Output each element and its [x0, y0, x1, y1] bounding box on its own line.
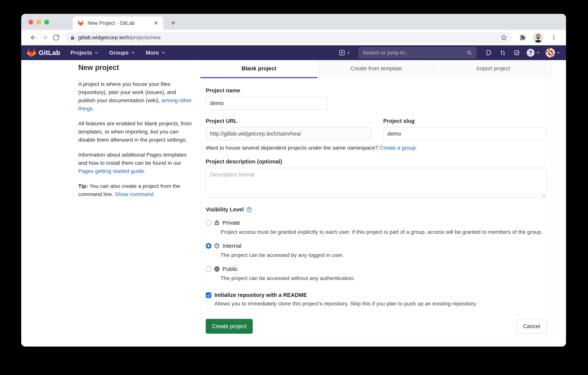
intro-paragraph-1: A project is where you house your files …: [78, 80, 194, 113]
internal-radio[interactable]: [206, 243, 211, 249]
gitlab-navbar: GitLab Projects Groups More: [21, 45, 566, 60]
new-project-panel: Blank project Create from template Impor…: [200, 60, 552, 342]
lock-icon: [214, 220, 220, 226]
private-description: Project access must be granted explicitl…: [220, 228, 543, 236]
visibility-level-label: Visibility Level: [206, 207, 546, 213]
nav-menu-projects[interactable]: Projects: [71, 50, 98, 56]
gitlab-logo-icon: [27, 49, 36, 57]
project-url-label: Project URL: [206, 118, 371, 124]
textarea-resize-handle[interactable]: [541, 192, 545, 197]
shield-icon: [214, 243, 220, 249]
browser-window: New Project · GitLab ✕ + gitlab.widgetco…: [21, 14, 566, 347]
private-label: Private: [222, 220, 240, 226]
browser-menu-icon[interactable]: [548, 32, 560, 43]
forward-button[interactable]: [39, 32, 50, 43]
new-project-intro: New project A project is where you house…: [78, 64, 194, 205]
bookmark-star-icon[interactable]: [501, 34, 507, 41]
project-slug-input[interactable]: [383, 127, 546, 140]
chevron-down-icon: [131, 51, 135, 55]
chevron-down-icon: [347, 51, 350, 55]
zoom-window-button[interactable]: [44, 20, 49, 24]
chevron-down-icon: [94, 51, 98, 55]
project-slug-label: Project slug: [383, 118, 546, 124]
public-description: The project can be accessed without any …: [220, 274, 543, 282]
private-radio[interactable]: [206, 220, 211, 226]
global-search[interactable]: [359, 47, 476, 58]
nav-menu-groups[interactable]: Groups: [109, 50, 135, 56]
minimize-window-button[interactable]: [36, 20, 41, 24]
visibility-option-public[interactable]: Public: [206, 266, 546, 272]
visibility-option-private[interactable]: Private: [206, 220, 546, 226]
public-label: Public: [222, 266, 238, 272]
tip-paragraph: Tip: You can also create a project from …: [78, 182, 194, 198]
traffic-lights: [28, 20, 49, 24]
project-name-input[interactable]: [206, 97, 328, 110]
project-description-label: Project description (optional): [206, 158, 546, 165]
gitlab-favicon-icon: [78, 20, 84, 26]
extensions-puzzle-icon[interactable]: [517, 32, 528, 43]
create-project-button[interactable]: Create project: [206, 319, 253, 334]
readme-checkbox[interactable]: [206, 292, 211, 298]
browser-toolbar: gitlab.widgetcorp.tech/projects/new: [21, 30, 566, 45]
pages-guide-link[interactable]: Pages getting started guide: [78, 168, 144, 174]
project-name-label: Project name: [206, 88, 328, 94]
browser-tab[interactable]: New Project · GitLab ✕: [73, 16, 163, 30]
browser-profile-avatar[interactable]: [533, 33, 543, 43]
merge-requests-icon[interactable]: [499, 49, 507, 57]
internal-label: Internal: [222, 243, 241, 249]
plus-square-icon: [339, 49, 345, 56]
create-a-group-link[interactable]: Create a group.: [380, 145, 417, 151]
readme-label: Initialize repository with a README: [214, 292, 307, 298]
gitlab-menus: Projects Groups More: [71, 50, 165, 56]
user-avatar: [546, 48, 555, 57]
intro-paragraph-3: Information about additional Pages templ…: [78, 151, 194, 175]
close-window-button[interactable]: [28, 20, 33, 24]
readme-option[interactable]: Initialize repository with a README: [206, 292, 546, 298]
gitlab-navbar-right: ?: [339, 47, 560, 58]
tab-strip: New Project · GitLab ✕ +: [21, 14, 566, 30]
tab-import-project[interactable]: Import project: [435, 60, 552, 78]
nav-menu-more[interactable]: More: [146, 50, 165, 56]
toolbar-actions: [517, 32, 560, 43]
todos-icon[interactable]: [513, 49, 521, 57]
search-input[interactable]: [363, 50, 467, 56]
namespace-hint: Want to house several dependent projects…: [206, 145, 546, 151]
show-command-link[interactable]: Show command: [115, 191, 153, 197]
cancel-button[interactable]: Cancel: [517, 319, 546, 334]
tls-lock-icon: [70, 35, 75, 40]
chevron-down-icon: [556, 51, 560, 55]
tab-close-icon[interactable]: ✕: [154, 20, 158, 26]
page-content: New project A project is where you house…: [21, 60, 566, 347]
address-bar[interactable]: gitlab.widgetcorp.tech/projects/new: [65, 32, 512, 43]
globe-icon: [214, 266, 220, 272]
help-menu[interactable]: ?: [527, 49, 540, 57]
readme-description: Allows you to immediately clone this pro…: [214, 300, 546, 307]
form-actions: Create project Cancel: [206, 319, 546, 334]
tab-title: New Project · GitLab: [87, 20, 151, 26]
url-text: gitlab.widgetcorp.tech/projects/new: [78, 34, 161, 41]
intro-paragraph-2: All features are enabled for blank proje…: [78, 120, 194, 144]
gitlab-brand[interactable]: GitLab: [27, 49, 60, 57]
help-icon: ?: [527, 49, 535, 57]
reload-button[interactable]: [50, 32, 62, 43]
new-tab-button[interactable]: +: [168, 18, 178, 27]
search-icon: [467, 50, 472, 55]
visibility-option-internal[interactable]: Internal: [206, 243, 546, 249]
chevron-down-icon: [536, 51, 540, 55]
tab-create-from-template[interactable]: Create from template: [317, 60, 435, 78]
chevron-down-icon: [161, 51, 165, 55]
issues-icon[interactable]: [484, 49, 493, 57]
project-description-textarea[interactable]: [206, 168, 546, 198]
new-menu-button[interactable]: [339, 49, 350, 56]
gitlab-wordmark: GitLab: [39, 49, 60, 56]
back-button[interactable]: [28, 32, 39, 43]
page-title: New project: [78, 64, 194, 72]
visibility-help-icon[interactable]: [246, 207, 252, 213]
project-type-tabs: Blank project Create from template Impor…: [200, 60, 552, 78]
blank-project-form: Project name Project URL Project slug Wa…: [200, 78, 552, 342]
project-url-input[interactable]: [206, 127, 371, 140]
public-radio[interactable]: [206, 266, 211, 272]
internal-description: The project can be accessed by any logge…: [220, 251, 543, 259]
tab-blank-project[interactable]: Blank project: [200, 60, 317, 78]
user-menu[interactable]: [546, 48, 560, 57]
